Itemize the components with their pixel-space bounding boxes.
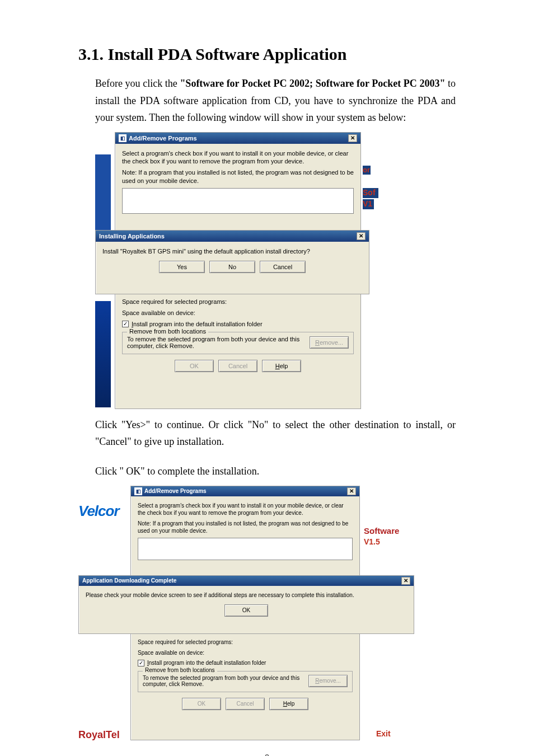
- title-text: Installing Applications: [99, 233, 165, 240]
- complete-msg: Please check your mobile device screen t…: [86, 591, 407, 599]
- app-icon: ◧: [134, 487, 142, 495]
- section-heading: 3.1. Install PDA Software Application: [78, 45, 456, 64]
- remove-text: To remove the selected program from both…: [143, 675, 305, 687]
- bg-word-v1: V1: [363, 199, 374, 209]
- cancel-button[interactable]: Cancel: [260, 261, 306, 273]
- ok-button[interactable]: OK: [224, 604, 268, 617]
- space-req: Space required for selected programs:: [138, 638, 353, 646]
- intro-before: Before you click the: [95, 78, 180, 89]
- bg-v15: V1.5: [364, 537, 380, 546]
- title-text: Application Downloading Complete: [82, 577, 176, 584]
- remove-group: Remove from both locations To remove the…: [122, 332, 354, 354]
- desc2: Note: If a program that you installed is…: [122, 168, 354, 185]
- space-avail: Space available on device:: [122, 309, 354, 317]
- app-icon: ◧: [119, 134, 127, 142]
- bg-software: Software: [364, 526, 399, 536]
- help-button[interactable]: Help: [269, 698, 308, 710]
- cancel-button[interactable]: Cancel: [226, 698, 265, 710]
- desc2: Note: If a program that you installed is…: [138, 520, 353, 534]
- no-button[interactable]: No: [209, 261, 255, 273]
- help-button[interactable]: Help: [262, 360, 301, 372]
- close-icon[interactable]: ✕: [357, 232, 366, 240]
- program-listbox[interactable]: [138, 538, 353, 560]
- installing-dialog: Installing Applications ✕ Install "Royal…: [95, 230, 369, 294]
- cancel-button[interactable]: Cancel: [218, 360, 257, 372]
- desc1: Select a program's check box if you want…: [138, 502, 353, 516]
- titlebar: ◧ Add/Remove Programs ✕: [131, 486, 359, 496]
- figure-2: Velcor Software V1.5 RoyalTel Exit ◧ Add…: [78, 486, 456, 743]
- checkbox-icon[interactable]: ✓: [122, 321, 129, 327]
- install-default-label: Install program into the default install…: [147, 660, 266, 666]
- remove-group: Remove from both locations To remove the…: [138, 671, 353, 692]
- install-question: Install "Royaltek BT GPS mini" using the…: [102, 247, 362, 255]
- install-default-label: Install program into the default install…: [132, 321, 263, 327]
- close-icon[interactable]: ✕: [348, 134, 357, 142]
- ok-button[interactable]: OK: [175, 360, 214, 372]
- bg-accent: [95, 301, 111, 407]
- bg-word-sof: Sof: [363, 188, 378, 198]
- intro-paragraph: Before you click the "Software for Pocke…: [95, 75, 456, 126]
- yes-button[interactable]: Yes: [159, 261, 205, 273]
- paragraph-2: Click "Yes>" to continue. Or click "No" …: [95, 416, 456, 450]
- space-req: Space required for selected programs:: [122, 298, 354, 306]
- paragraph-3: Click " OK" to complete the installation…: [95, 463, 456, 480]
- dialog-buttons: OK Cancel Help: [122, 360, 354, 372]
- dialog-buttons: OK Cancel Help: [138, 698, 353, 710]
- titlebar: Application Downloading Complete ✕: [79, 576, 414, 586]
- close-icon[interactable]: ✕: [347, 487, 356, 495]
- checkbox-icon[interactable]: ✓: [138, 660, 144, 666]
- install-default-row[interactable]: ✓ Install program into the default insta…: [138, 660, 353, 666]
- bg-word-or: or: [363, 166, 371, 175]
- remove-legend: Remove from both locations: [127, 328, 208, 335]
- figure-1: or Sof V1 ◧ Add/Remove Programs ✕ Select…: [95, 132, 456, 412]
- remove-text: To remove the selected program from both…: [127, 336, 306, 349]
- royaltel-logo: RoyalTel: [78, 729, 120, 741]
- intro-bold: "Software for Pocket PC 2002; Software f…: [180, 78, 445, 89]
- install-default-row[interactable]: ✓ Install program into the default insta…: [122, 321, 354, 327]
- close-icon[interactable]: ✕: [401, 577, 410, 585]
- ok-button[interactable]: OK: [182, 698, 221, 710]
- title-text: Add/Remove Programs: [129, 135, 197, 142]
- titlebar: Installing Applications ✕: [96, 231, 369, 242]
- desc1: Select a program's check box if you want…: [122, 149, 354, 166]
- page-number: 8: [78, 753, 456, 756]
- remove-button[interactable]: Remove...: [310, 336, 349, 349]
- velcor-logo: Velcor: [78, 503, 119, 520]
- remove-button[interactable]: Remove...: [308, 675, 348, 687]
- exit-label: Exit: [376, 729, 391, 738]
- space-avail: Space available on device:: [138, 649, 353, 656]
- program-listbox[interactable]: [122, 188, 354, 214]
- remove-legend: Remove from both locations: [143, 667, 217, 673]
- title-text: Add/Remove Programs: [144, 488, 207, 494]
- download-complete-dialog: Application Downloading Complete ✕ Pleas…: [78, 575, 414, 634]
- titlebar: ◧ Add/Remove Programs ✕: [115, 133, 360, 144]
